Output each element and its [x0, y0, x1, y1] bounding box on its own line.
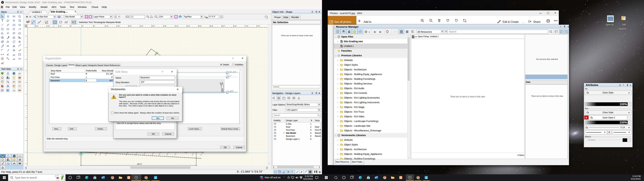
svg-text:3'-0": 3'-0" — [152, 25, 155, 27]
svg-text:1'-6": 1'-6" — [117, 25, 120, 27]
svg-text:1'-0": 1'-0" — [58, 25, 62, 27]
svg-text:R: R — [418, 178, 419, 179]
svg-text:1'-6": 1'-6" — [47, 25, 50, 27]
svg-text:2'-6": 2'-6" — [140, 25, 143, 27]
svg-text:7'-6": 7'-6" — [257, 25, 260, 27]
svg-text:5'-0": 5'-0" — [198, 25, 202, 27]
svg-text:4'-0": 4'-0" — [175, 25, 178, 27]
svg-text:6'-0": 6'-0" — [222, 25, 225, 27]
svg-text:6'-6": 6'-6" — [234, 25, 237, 27]
svg-text:148'-0": 148'-0" — [137, 163, 142, 165]
svg-text:7'-0": 7'-0" — [245, 25, 248, 27]
svg-text:6": 6" — [70, 25, 72, 27]
svg-text:3'-6": 3'-6" — [164, 25, 167, 27]
svg-text:5'-6": 5'-6" — [210, 25, 213, 27]
svg-text:4'-6": 4'-6" — [187, 25, 190, 27]
svg-text:0": 0" — [82, 25, 83, 27]
svg-text:2'-0": 2'-0" — [129, 25, 132, 27]
svg-text:1'-0": 1'-0" — [105, 25, 108, 27]
svg-text:2'-0": 2'-0" — [35, 25, 38, 27]
svg-text:6": 6" — [94, 25, 95, 27]
svg-text:R: R — [146, 178, 147, 179]
